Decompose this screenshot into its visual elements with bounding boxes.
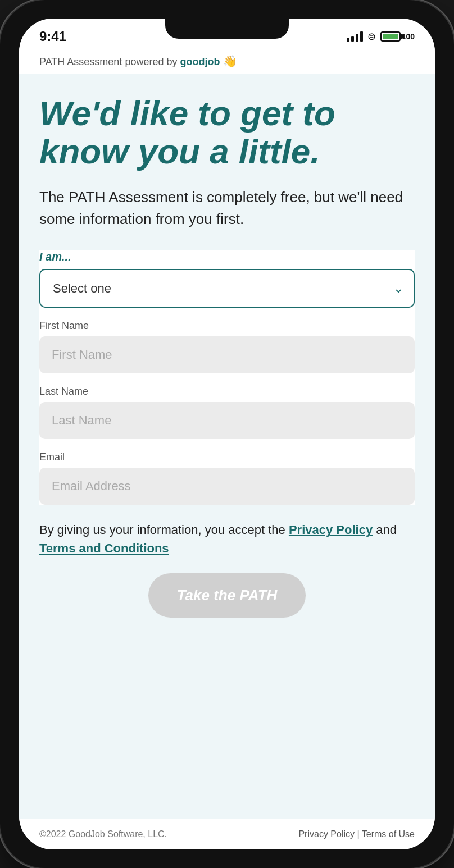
last-name-field-group: Last Name (39, 386, 415, 439)
battery-label: 100 (402, 32, 415, 41)
signal-icon (347, 31, 363, 42)
nav-bar: PATH Assessment powered by goodjob 👋 (19, 50, 435, 74)
hero-title: We'd like to get to know you a little. (39, 94, 415, 171)
status-icons: ⊜ 100 (347, 30, 415, 43)
footer-links[interactable]: Privacy Policy | Terms of Use (298, 829, 415, 839)
last-name-input[interactable] (39, 402, 415, 439)
footer-copyright: ©2022 GoodJob Software, LLC. (39, 829, 167, 839)
role-field-group: I am... Select one Job Seeker Employer C… (39, 250, 415, 308)
privacy-policy-link[interactable]: Privacy Policy (289, 523, 373, 537)
wifi-icon: ⊜ (367, 30, 376, 43)
registration-form: I am... Select one Job Seeker Employer C… (39, 250, 415, 505)
main-content: We'd like to get to know you a little. T… (19, 74, 435, 819)
last-name-label: Last Name (39, 386, 415, 398)
role-select[interactable]: Select one Job Seeker Employer Career Co… (39, 269, 415, 308)
footer: ©2022 GoodJob Software, LLC. Privacy Pol… (19, 819, 435, 849)
notch (165, 19, 289, 39)
phone-screen: 9:41 ⊜ 100 PATH Assessment powered by go… (19, 19, 435, 849)
status-time: 9:41 (39, 29, 66, 44)
battery-icon: 100 (380, 31, 415, 42)
terms-text: By giving us your information, you accep… (39, 520, 415, 558)
email-input[interactable] (39, 468, 415, 505)
goodjob-emoji: 👋 (220, 55, 237, 67)
hero-subtitle: The PATH Assessment is completely free, … (39, 186, 415, 230)
first-name-field-group: First Name (39, 320, 415, 373)
email-field-group: Email (39, 451, 415, 505)
phone-frame: 9:41 ⊜ 100 PATH Assessment powered by go… (0, 0, 454, 868)
terms-conditions-link[interactable]: Terms and Conditions (39, 541, 169, 555)
submit-button[interactable]: Take the PATH (148, 573, 306, 618)
first-name-input[interactable] (39, 336, 415, 373)
role-label: I am... (39, 250, 415, 263)
email-label: Email (39, 451, 415, 463)
first-name-label: First Name (39, 320, 415, 332)
nav-bar-text: PATH Assessment powered by goodjob 👋 (39, 56, 237, 67)
role-select-wrapper: Select one Job Seeker Employer Career Co… (39, 269, 415, 308)
